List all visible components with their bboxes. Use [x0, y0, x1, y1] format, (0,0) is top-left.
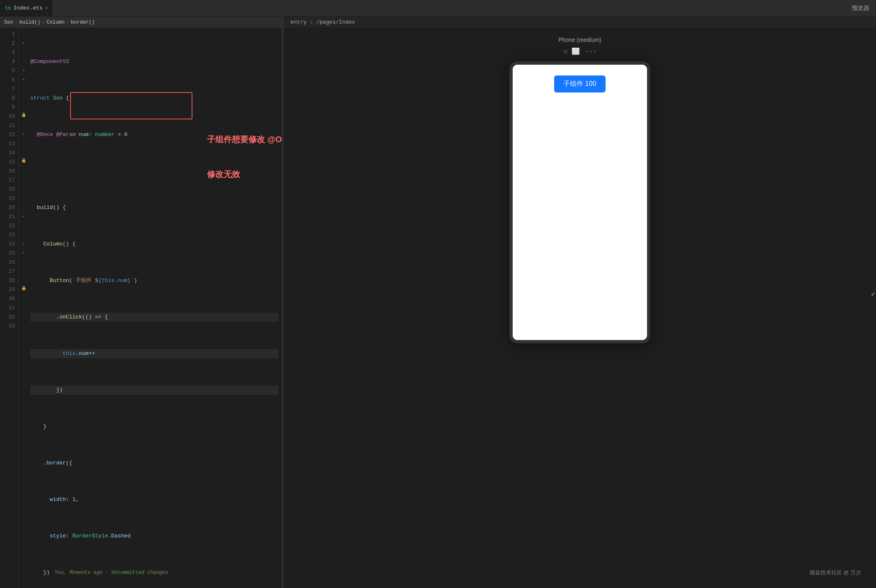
tab-bar: ts Index.ets × 预览器 — [0, 0, 876, 17]
check-icon: ✓ — [871, 290, 875, 298]
code-line-4 — [30, 167, 278, 176]
preview-entry-text: entry : /pages/Index — [290, 19, 355, 25]
gutter-27 — [19, 265, 29, 275]
gutter-22 — [19, 220, 29, 229]
code-line-3: @Once @Param num: number = 0 — [30, 130, 278, 139]
code-line-11: } — [30, 422, 278, 431]
breadcrumb-item-build[interactable]: build() — [19, 19, 40, 25]
gutter-11 — [19, 119, 29, 129]
gutter-32 — [19, 311, 29, 320]
code-line-6: Column() { — [30, 240, 278, 249]
gutter-28 — [19, 275, 29, 284]
code-line-1: @ComponentV2 — [30, 57, 278, 66]
code-line-12: .border({ — [30, 459, 278, 468]
gutter-23 — [19, 229, 29, 238]
code-line-9: this.num++ — [30, 349, 278, 358]
file-type-icon: ts — [5, 5, 11, 11]
breadcrumb-sep-1: › — [15, 19, 18, 25]
gutter-6[interactable]: ⌄ — [19, 74, 29, 83]
git-blame: You, Moments ago · Uncommitted changes — [55, 568, 168, 577]
preview-panel-label: 预览器 — [845, 5, 876, 12]
code-line-14: style: BorderStyle.Dashed — [30, 532, 278, 541]
son-component-button[interactable]: 子组件 100 — [554, 75, 605, 92]
gutter: ⌄ ⌄ ⌄ 🔒 ⌄ 🔒 ⌄ — [19, 28, 29, 588]
gutter-5[interactable]: ⌄ — [19, 65, 29, 74]
gutter-9 — [19, 101, 29, 110]
code-line-13: width: 1, — [30, 495, 278, 504]
code-line-8: .onClick(() => { — [30, 313, 278, 322]
code-line-10: }) — [30, 386, 278, 395]
phone-inner: 子组件 100 — [513, 65, 647, 340]
watermark: 掘金技术社区 @ 万少 — [292, 566, 868, 580]
code-editor[interactable]: 12345 678910 1112131415 1617181920 21222… — [0, 28, 282, 588]
editor-tab[interactable]: ts Index.ets × — [0, 0, 53, 16]
gutter-12[interactable]: ⌄ — [19, 129, 29, 138]
gutter-24[interactable]: ⌄ — [19, 238, 29, 247]
preview-content: Phone (medium) ◁ ⬜ ··· 子组件 100 掘金技术社区 @ … — [284, 28, 876, 588]
gutter-13 — [19, 138, 29, 147]
preview-panel: entry : /pages/Index Phone (medium) ◁ ⬜ … — [284, 17, 876, 588]
gutter-4 — [19, 56, 29, 65]
code-line-2: struct Son { — [30, 94, 278, 103]
code-line-5: build() { — [30, 203, 278, 212]
breadcrumb-item-border[interactable]: border() — [71, 19, 95, 25]
preview-entry-bar: entry : /pages/Index — [284, 17, 876, 28]
gutter-31 — [19, 302, 29, 311]
code-line-7: Button(`子组件 ${this.num}`) — [30, 276, 278, 285]
breadcrumb-item-column[interactable]: Column — [46, 19, 64, 25]
breadcrumb-item-son[interactable]: Son — [4, 19, 13, 25]
gutter-20 — [19, 202, 29, 211]
gutter-21[interactable]: ⌄ — [19, 211, 29, 220]
gutter-30 — [19, 293, 29, 302]
back-button[interactable]: ◁ — [563, 47, 567, 56]
code-content[interactable]: @ComponentV2 struct Son { @Once @Param n… — [29, 28, 282, 588]
gutter-29: 🔒 — [19, 284, 29, 293]
gutter-15: 🔒 — [19, 156, 29, 165]
phone-screen: 子组件 100 — [509, 61, 650, 343]
gutter-16 — [19, 165, 29, 174]
gutter-33 — [19, 320, 29, 329]
gutter-19 — [19, 192, 29, 202]
gutter-3 — [19, 46, 29, 56]
home-button[interactable]: ⬜ — [572, 47, 580, 56]
gutter-17 — [19, 174, 29, 183]
gutter-8 — [19, 92, 29, 101]
breadcrumb-sep-2: › — [42, 19, 45, 25]
breadcrumb: Son › build() › Column › border() ✓ — [0, 17, 282, 28]
gutter-14 — [19, 147, 29, 156]
gutter-26 — [19, 256, 29, 265]
phone-size-label: Phone (medium) — [558, 36, 601, 43]
gutter-7 — [19, 83, 29, 92]
phone-controls: ◁ ⬜ ··· — [563, 47, 597, 56]
breadcrumb-sep-3: › — [66, 19, 69, 25]
gutter-25[interactable]: ⌄ — [19, 247, 29, 256]
gutter-10: 🔒 — [19, 110, 29, 119]
gutter-1 — [19, 28, 29, 37]
line-numbers: 12345 678910 1112131415 1617181920 21222… — [0, 28, 19, 588]
annotation-text: 子组件想要修改 @Once 和 @Param修饰的变量 修改无效 — [207, 110, 282, 203]
editor-panel: Son › build() › Column › border() ✓ 1234… — [0, 17, 282, 588]
gutter-18 — [19, 183, 29, 192]
main-area: Son › build() › Column › border() ✓ 1234… — [0, 17, 876, 588]
tab-close-button[interactable]: × — [45, 6, 48, 11]
code-line-15: })You, Moments ago · Uncommitted changes — [30, 568, 278, 577]
tab-filename: Index.ets — [13, 5, 42, 11]
gutter-2[interactable]: ⌄ — [19, 37, 29, 46]
more-button[interactable]: ··· — [585, 48, 597, 55]
